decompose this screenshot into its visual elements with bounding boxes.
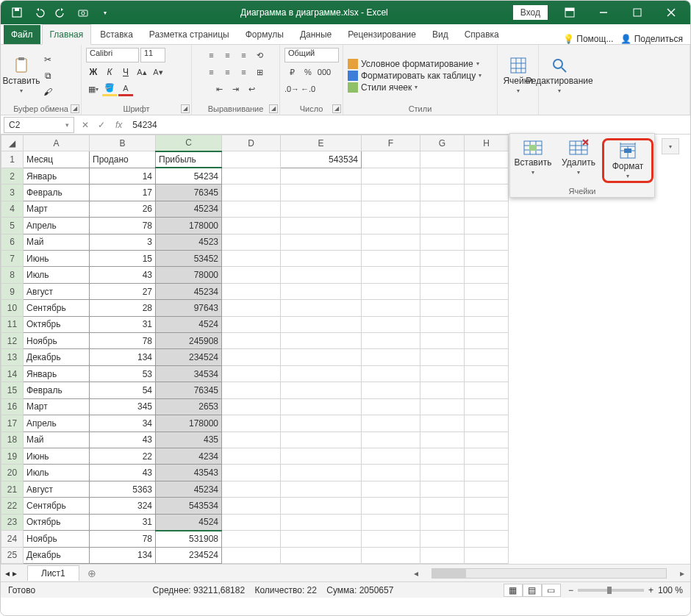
select-all-cell[interactable]: ◢: [1, 135, 24, 151]
cell-E8[interactable]: [281, 267, 362, 283]
col-header-E[interactable]: E: [281, 135, 362, 151]
cell-A15[interactable]: Февраль: [24, 382, 90, 398]
cell-H12[interactable]: [465, 333, 509, 349]
sign-in-button[interactable]: Вход: [513, 5, 548, 20]
align-right-button[interactable]: ≡: [237, 65, 251, 79]
cell-B24[interactable]: 78: [90, 531, 156, 547]
wrap-text-button[interactable]: ↩: [245, 82, 259, 96]
row-header-23[interactable]: 23: [1, 514, 24, 530]
cell-A7[interactable]: Июнь: [24, 250, 90, 266]
cell-B20[interactable]: 43: [90, 465, 156, 481]
delete-cells-button[interactable]: Удалить▾: [556, 138, 601, 176]
row-header-24[interactable]: 24: [1, 531, 24, 547]
zoom-out-button[interactable]: −: [568, 585, 573, 595]
cell-A6[interactable]: Май: [24, 234, 90, 250]
percent-format-button[interactable]: %: [301, 65, 315, 79]
format-as-table-button[interactable]: Форматировать как таблицу ▾: [348, 71, 481, 81]
cell-D11[interactable]: [222, 316, 281, 332]
cell-G6[interactable]: [420, 234, 465, 250]
col-header-B[interactable]: B: [90, 135, 156, 151]
cell-C23[interactable]: 4524: [156, 514, 222, 530]
cell-F8[interactable]: [362, 267, 420, 283]
cell-H23[interactable]: [465, 514, 509, 530]
cell-D3[interactable]: [222, 185, 281, 201]
cell-F17[interactable]: [362, 415, 420, 431]
tab-insert[interactable]: Вставка: [93, 25, 140, 44]
borders-button[interactable]: ▦▾: [86, 82, 101, 96]
cell-H25[interactable]: [465, 547, 509, 563]
zoom-level[interactable]: 100 %: [658, 585, 683, 595]
row-header-12[interactable]: 12: [1, 333, 24, 349]
cell-H7[interactable]: [465, 250, 509, 266]
cell-E4[interactable]: [281, 201, 362, 217]
cut-button[interactable]: ✂: [40, 52, 55, 67]
cell-F9[interactable]: [362, 283, 420, 299]
cell-F7[interactable]: [362, 250, 420, 266]
view-page-layout-button[interactable]: ▤: [523, 584, 542, 597]
col-header-F[interactable]: F: [362, 135, 420, 151]
cell-F5[interactable]: [362, 218, 420, 234]
cell-B21[interactable]: 5363: [90, 481, 156, 497]
cell-C4[interactable]: 45234: [156, 201, 222, 217]
cell-B14[interactable]: 53: [90, 365, 156, 382]
cell-H2[interactable]: [465, 168, 509, 184]
cell-D16[interactable]: [222, 398, 281, 415]
row-header-13[interactable]: 13: [1, 349, 24, 365]
new-sheet-button[interactable]: ⊕: [84, 565, 100, 581]
undo-button[interactable]: [29, 2, 49, 23]
enter-formula-button[interactable]: ✓: [93, 120, 110, 130]
cell-E7[interactable]: [281, 250, 362, 266]
align-center-button[interactable]: ≡: [221, 65, 235, 79]
cell-A18[interactable]: Май: [24, 431, 90, 448]
row-header-5[interactable]: 5: [1, 218, 24, 234]
cell-B6[interactable]: 3: [90, 234, 156, 250]
cell-B12[interactable]: 78: [90, 333, 156, 349]
cell-C8[interactable]: 78000: [156, 267, 222, 283]
cell-C11[interactable]: 4524: [156, 316, 222, 332]
cell-A24[interactable]: Ноябрь: [24, 531, 90, 547]
cell-B17[interactable]: 34: [90, 415, 156, 431]
cell-A19[interactable]: Июнь: [24, 448, 90, 465]
tab-formulas[interactable]: Формулы: [238, 25, 291, 44]
sheet-nav-next[interactable]: ▸: [12, 568, 17, 579]
tell-me[interactable]: 💡 Помощ...: [563, 34, 613, 44]
row-header-21[interactable]: 21: [1, 481, 24, 497]
row-header-10[interactable]: 10: [1, 300, 24, 316]
cell-D6[interactable]: [222, 234, 281, 250]
row-header-4[interactable]: 4: [1, 201, 24, 217]
cell-H19[interactable]: [465, 448, 509, 465]
cell-D12[interactable]: [222, 333, 281, 349]
cell-B1[interactable]: Продано: [90, 151, 156, 168]
cell-F13[interactable]: [362, 349, 420, 365]
cell-H21[interactable]: [465, 481, 509, 497]
cell-H4[interactable]: [465, 201, 509, 217]
cell-C25[interactable]: 234524: [156, 547, 222, 563]
cell-H11[interactable]: [465, 316, 509, 332]
maximize-button[interactable]: [621, 2, 654, 23]
cell-C3[interactable]: 76345: [156, 185, 222, 201]
col-header-H[interactable]: H: [465, 135, 509, 151]
cell-D23[interactable]: [222, 514, 281, 530]
cell-A8[interactable]: Июль: [24, 267, 90, 283]
cell-C12[interactable]: 245908: [156, 333, 222, 349]
font-size-combo[interactable]: 11: [140, 48, 165, 62]
cell-A1[interactable]: Месяц: [24, 151, 90, 168]
name-box[interactable]: C2▾: [4, 117, 74, 133]
cell-H6[interactable]: [465, 234, 509, 250]
row-header-17[interactable]: 17: [1, 415, 24, 431]
cell-G2[interactable]: [420, 168, 465, 184]
cell-C17[interactable]: 178000: [156, 415, 222, 431]
cell-F19[interactable]: [362, 448, 420, 465]
row-header-22[interactable]: 22: [1, 498, 24, 514]
view-page-break-button[interactable]: ▭: [542, 584, 561, 597]
cell-H24[interactable]: [465, 531, 509, 547]
cell-F21[interactable]: [362, 481, 420, 497]
cell-B18[interactable]: 43: [90, 431, 156, 448]
cells-popup-overflow[interactable]: ▾: [662, 138, 679, 154]
cell-G15[interactable]: [420, 382, 465, 398]
cell-A25[interactable]: Декабрь: [24, 547, 90, 563]
cell-H5[interactable]: [465, 218, 509, 234]
cell-B8[interactable]: 43: [90, 267, 156, 283]
decrease-decimal-button[interactable]: ←.0: [301, 82, 315, 96]
cell-F10[interactable]: [362, 300, 420, 316]
